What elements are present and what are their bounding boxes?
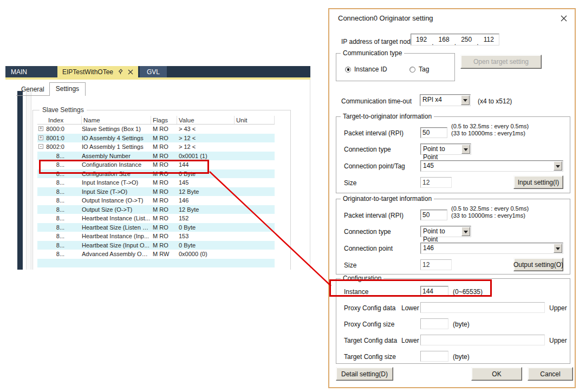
size-input[interactable]: 12 — [420, 177, 452, 188]
ok-button[interactable]: OK — [471, 367, 522, 381]
row-unit-cell — [235, 241, 275, 250]
table-row[interactable]: 8...Advanced Assembly Opti...M RW0x0000 … — [37, 250, 275, 259]
connection-type-select[interactable]: Point to Point — [420, 226, 471, 237]
input-setting-button[interactable]: Input setting(I) — [513, 175, 563, 189]
table-row[interactable] — [37, 259, 275, 268]
table-row[interactable]: 8...Heartbeat Instance (Inp...M RO153 — [37, 232, 275, 241]
table-row[interactable]: 8...Heartbeat Size (Listen O...M RO0 Byt… — [37, 223, 275, 232]
ip-address-input[interactable]: 192. 168. 250. 112 — [411, 34, 499, 45]
row-value-cell: 152 — [177, 214, 235, 223]
row-index-text: 8... — [56, 215, 64, 221]
size-label: Size — [344, 262, 356, 269]
expand-icon[interactable]: + — [38, 126, 43, 131]
packet-interval-input[interactable]: 50 — [420, 210, 447, 220]
tab-gvl-label: GVL — [147, 68, 160, 76]
row-index-cell — [37, 259, 82, 268]
column-header-flags[interactable]: Flags — [151, 116, 177, 124]
collapse-icon[interactable]: - — [38, 144, 43, 149]
tab-main[interactable]: MAIN — [5, 66, 57, 77]
originator-setting-dialog: Connection0 Originator setting IP addres… — [328, 8, 576, 388]
config-size-input[interactable] — [420, 318, 448, 329]
chevron-down-icon[interactable] — [461, 145, 470, 154]
close-icon[interactable] — [560, 14, 568, 23]
target-to-originator-group: Target-to-originator information Packet … — [336, 116, 570, 193]
connection-type-label: Connection type — [344, 228, 391, 236]
communication-timeout-note: (x4 to x512) — [478, 97, 512, 105]
table-row[interactable]: -8002:0IO Assembly 1 SettingsM RO> 12 < — [37, 142, 275, 152]
packet-interval-input[interactable]: 50 — [420, 127, 447, 138]
row-index-cell: 8... — [37, 241, 82, 250]
communication-type-group: Communication type Instance IDTag — [336, 53, 455, 81]
tab-gvl[interactable]: GVL — [140, 66, 167, 77]
row-value-cell: 0x0001 (1) — [177, 152, 235, 161]
connection-point-select[interactable]: 145 — [420, 160, 563, 172]
row-index-text: 8... — [56, 206, 64, 213]
row-index-text: 8... — [56, 251, 64, 257]
column-header-value[interactable]: Value — [177, 116, 235, 124]
row-name-cell: Heartbeat Size (Input O... — [82, 241, 151, 250]
ip-octet-2: 168 — [439, 36, 450, 43]
table-row[interactable]: 8...Output Instance (O->T)M RO146 — [37, 196, 275, 205]
output-setting-button[interactable]: Output setting(O) — [513, 258, 563, 271]
cancel-button[interactable]: Cancel — [528, 367, 573, 381]
config-size-input[interactable] — [420, 351, 448, 362]
communication-timeout-value: RPI x4 — [422, 96, 442, 103]
tab-settings[interactable]: Settings — [49, 82, 86, 96]
row-unit-cell — [235, 259, 275, 268]
chevron-down-icon[interactable] — [554, 244, 562, 253]
row-index-cell: +8000:0 — [37, 125, 82, 134]
table-row[interactable]: 8...Input Instance (T->O)M RO145 — [37, 178, 275, 187]
table-row[interactable]: +8000:0Slave Settings (Box 1)M RO> 43 < — [37, 125, 275, 134]
column-header-index[interactable]: Index — [37, 116, 82, 124]
row-flags-cell: M RO — [151, 214, 177, 223]
detail-setting-button[interactable]: Detail setting(D) — [336, 367, 393, 381]
connection-point-select[interactable]: 146 — [420, 243, 563, 254]
row-flags-cell: M RO — [151, 205, 177, 214]
table-row[interactable]: 8...Input Size (T->O)M RO12 Byte — [37, 187, 275, 197]
table-row[interactable]: 8...Output Size (O->T)M RO12 Byte — [37, 205, 275, 214]
column-header-name[interactable]: Name — [82, 116, 151, 124]
chevron-down-icon[interactable] — [461, 95, 470, 105]
close-icon[interactable] — [128, 69, 133, 75]
row-value-cell: 153 — [177, 232, 235, 241]
radio-selected-icon[interactable] — [345, 67, 351, 73]
communication-timeout-select[interactable]: RPI x4 — [420, 94, 471, 106]
row-flags-cell: M RO — [151, 187, 177, 197]
radio-label: Tag — [419, 66, 429, 73]
packet-interval-note-2: (33 to 10000ms : every1ms) — [451, 130, 525, 136]
chevron-down-icon[interactable] — [461, 227, 470, 236]
config-row-label: Proxy Config data — [344, 304, 395, 312]
editor-left-margin — [17, 91, 23, 270]
row-unit-cell — [235, 250, 275, 259]
vertical-scrollbar[interactable] — [26, 91, 31, 270]
column-header-unit[interactable]: Unit — [235, 116, 275, 124]
connection-point-label: Connection point/Tag — [344, 162, 405, 170]
size-input[interactable]: 12 — [420, 259, 452, 270]
table-row[interactable]: 8...Heartbeat Instance (List...M RO152 — [37, 214, 275, 223]
ip-octet-1: 192 — [416, 36, 427, 43]
packet-interval-label: Packet interval (RPI) — [344, 212, 404, 219]
pin-icon[interactable] — [118, 69, 123, 75]
row-unit-cell — [235, 178, 275, 187]
chevron-down-icon[interactable] — [554, 161, 562, 171]
ip-octet-3: 250 — [461, 36, 472, 43]
tab-general[interactable]: General — [16, 84, 49, 96]
tab-eiptestwithotee[interactable]: EIPTestWithOTee — [57, 66, 138, 77]
connection-type-select[interactable]: Point to Point — [420, 143, 471, 155]
radio-unselected-icon[interactable] — [409, 67, 415, 73]
row-unit-cell — [235, 205, 275, 214]
radio-option-instance-id[interactable]: Instance ID — [345, 66, 387, 73]
row-index-text: 8... — [56, 224, 64, 231]
config-data-input[interactable] — [420, 302, 545, 313]
radio-option-tag[interactable]: Tag — [409, 66, 429, 73]
row-flags-cell: M RO — [151, 241, 177, 250]
table-row[interactable]: 8...Heartbeat Size (Input O...M RO0 Byte — [37, 241, 275, 250]
row-value-cell: 12 Byte — [177, 187, 235, 197]
table-row[interactable]: 8...Assembly NumberM RO0x0001 (1) — [37, 152, 275, 161]
open-target-setting-button[interactable]: Open target setting — [460, 55, 542, 69]
config-data-input[interactable] — [420, 335, 545, 345]
expand-icon[interactable]: + — [38, 135, 43, 140]
table-row[interactable]: +8001:0IO Assembly 4 SettingsM RO> 12 < — [37, 134, 275, 143]
row-index-cell: -8002:0 — [37, 142, 82, 152]
row-flags-cell: M RW — [151, 250, 177, 259]
